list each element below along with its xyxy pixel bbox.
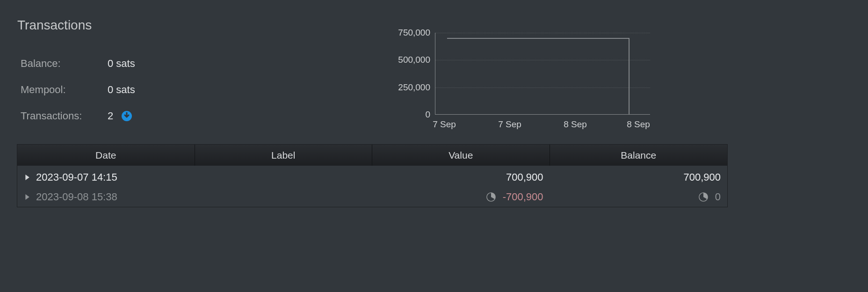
- cell-value: -700,900: [503, 191, 543, 203]
- expand-caret-icon[interactable]: [24, 194, 30, 200]
- stat-mempool-value: 0 sats: [108, 84, 135, 96]
- table-row[interactable]: 2023-09-08 15:38 -700,900: [17, 187, 727, 207]
- cell-balance: 700,900: [683, 171, 721, 183]
- stat-mempool: Mempool: 0 sats: [21, 77, 143, 103]
- chart-y-tick: 250,000: [379, 82, 430, 93]
- stat-transactions-label: Transactions:: [21, 110, 108, 122]
- chart-x-tick: 7 Sep: [433, 119, 456, 130]
- pie-chart-icon: [486, 192, 496, 202]
- stat-balance: Balance: 0 sats: [21, 51, 143, 77]
- pie-chart-icon: [698, 192, 709, 202]
- column-header-balance[interactable]: Balance: [550, 145, 728, 166]
- chart-x-tick: 8 Sep: [627, 119, 650, 130]
- stat-balance-label: Balance:: [21, 58, 108, 70]
- expand-caret-icon[interactable]: [24, 174, 30, 181]
- column-header-label[interactable]: Label: [195, 145, 373, 166]
- balance-chart: 750,000 500,000 250,000 0 7 Sep 7 Sep 8 …: [379, 28, 673, 136]
- cell-date: 2023-09-07 14:15: [36, 171, 117, 183]
- column-header-value[interactable]: Value: [372, 145, 550, 166]
- table-row[interactable]: 2023-09-07 14:15 700,900 700,900: [17, 168, 727, 187]
- stats-block: Balance: 0 sats Mempool: 0 sats Transact…: [21, 51, 143, 129]
- chart-x-tick: 7 Sep: [498, 119, 521, 130]
- chart-series-line: [435, 33, 650, 114]
- column-header-date[interactable]: Date: [17, 145, 195, 166]
- chart-x-tick: 8 Sep: [564, 119, 587, 130]
- stat-mempool-label: Mempool:: [21, 84, 108, 96]
- page-title: Transactions: [17, 18, 92, 33]
- chart-plot-area: [435, 33, 650, 115]
- stat-transactions: Transactions: 2: [21, 103, 143, 129]
- download-icon[interactable]: [121, 110, 133, 122]
- transactions-table: Date Label Value Balance 2023-09-07 14:1…: [17, 144, 728, 207]
- chart-y-tick: 500,000: [379, 55, 430, 65]
- table-body: 2023-09-07 14:15 700,900 700,900: [17, 166, 727, 207]
- stat-transactions-value: 2: [108, 110, 113, 122]
- chart-y-tick: 0: [379, 110, 430, 120]
- cell-value: 700,900: [506, 171, 543, 183]
- stat-balance-value: 0 sats: [108, 58, 135, 70]
- chart-y-tick: 750,000: [379, 28, 430, 38]
- cell-balance: 0: [715, 191, 721, 203]
- cell-date: 2023-09-08 15:38: [36, 191, 117, 203]
- table-header: Date Label Value Balance: [17, 145, 727, 166]
